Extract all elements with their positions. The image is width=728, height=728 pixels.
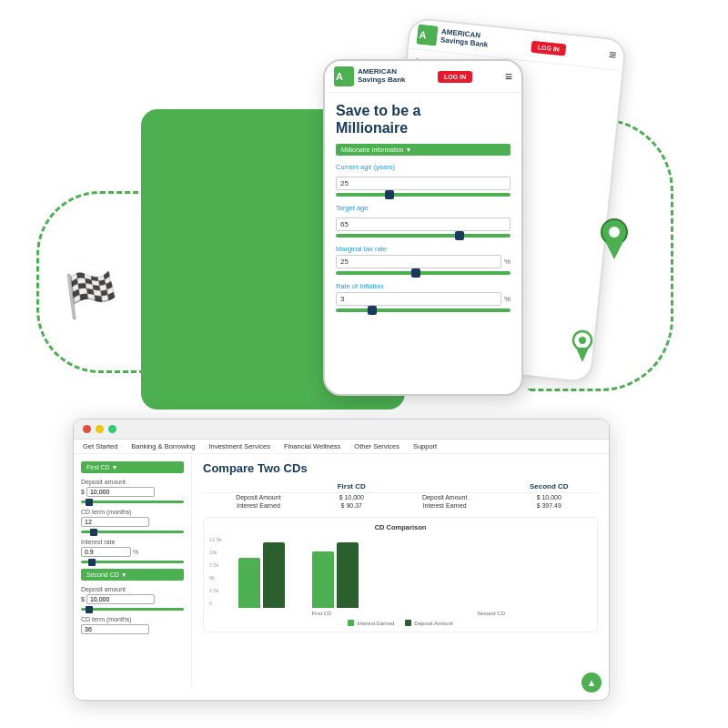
window-minimize-dot[interactable] — [96, 425, 104, 433]
sidebar-term-slider[interactable] — [81, 531, 184, 533]
current-age-group: Current age (years) — [336, 163, 511, 197]
svg-point-1 — [609, 227, 620, 238]
target-age-thumb[interactable] — [455, 231, 464, 240]
y-label-75: 7.5k — [209, 562, 221, 568]
chart-y-axis: 0 2.5k 5k 7.5k 10k 12.5k — [209, 535, 221, 608]
tax-rate-thumb[interactable] — [411, 268, 420, 278]
inflation-unit: % — [504, 295, 511, 303]
sidebar-term-label: CD term (months) — [81, 509, 184, 515]
svg-text:A: A — [336, 71, 343, 82]
y-label-0: 0 — [209, 601, 221, 606]
window-maximize-dot[interactable] — [108, 425, 116, 433]
sidebar-rate-input[interactable] — [81, 547, 131, 557]
legend-deposit-dot — [405, 620, 411, 626]
chart-bars-container — [225, 535, 592, 608]
sidebar-deposit-input-row: $ — [81, 487, 184, 497]
first-cd-deposit-bar — [263, 542, 285, 608]
target-age-label: Target age — [336, 204, 511, 212]
window-close-dot[interactable] — [83, 425, 91, 433]
sidebar-deposit2-thumb[interactable] — [86, 606, 93, 613]
nav-financial[interactable]: Financial Wellness — [284, 442, 340, 450]
tax-rate-input[interactable] — [336, 255, 501, 268]
second-cd-bars — [312, 542, 359, 608]
x-label-second-cd: Second CD — [477, 611, 505, 616]
sidebar-rate-unit: % — [133, 549, 138, 555]
legend-deposit: Deposit Amount — [405, 620, 452, 626]
login-button-front[interactable]: LOG IN — [438, 71, 472, 83]
location-pin-top-icon — [596, 214, 632, 259]
sidebar-rate-thumb[interactable] — [88, 559, 96, 566]
nav-investment[interactable]: Investment Services — [208, 442, 270, 450]
asb-logo-back: A AMERICAN Savings Bank — [416, 25, 489, 52]
asb-brand-back: AMERICAN Savings Bank — [440, 28, 490, 49]
nav-support[interactable]: Support — [413, 442, 437, 450]
millionaire-info-bar[interactable]: Millionaire Information ▼ — [336, 144, 511, 156]
sidebar-term2-input-row — [81, 624, 184, 634]
sidebar-rate-label: Interest rate — [81, 539, 184, 545]
col2-header: Second CD — [500, 480, 599, 493]
sidebar-term2-label: CD term (months) — [81, 616, 184, 622]
cd-comparison-chart: CD Comparison 0 2.5k 5k 7.5k 10k 12.5k — [203, 517, 598, 632]
col1-header: First CD — [314, 480, 389, 493]
tax-rate-slider[interactable] — [336, 271, 511, 275]
legend-interest-label: Interest Earned — [357, 621, 394, 626]
compare-table: First CD Second CD Deposit Amount $ 10,0… — [203, 480, 598, 510]
legend-deposit-label: Deposit Amount — [414, 621, 452, 626]
sidebar-deposit2-input[interactable] — [86, 594, 155, 604]
row2-label2: Interest Earned — [389, 501, 500, 510]
hamburger-menu-front[interactable]: ≡ — [505, 69, 512, 84]
sidebar-term2-input[interactable] — [81, 624, 149, 634]
current-age-label: Current age (years) — [336, 163, 511, 171]
nav-banking[interactable]: Banking & Borrowing — [131, 442, 195, 450]
current-age-thumb[interactable] — [385, 190, 394, 199]
flag-icon: 🏁 — [59, 264, 123, 328]
sidebar-term-thumb[interactable] — [90, 529, 97, 536]
sidebar-deposit2-input-row: $ — [81, 594, 184, 604]
asb-brand-front: AMERICAN Savings Bank — [358, 68, 405, 85]
sidebar-rate-slider[interactable] — [81, 561, 184, 563]
sidebar-term-input[interactable] — [81, 517, 149, 527]
phone-page-title: Save to be a Millionaire — [336, 102, 511, 136]
scroll-top-button[interactable]: ▲ — [581, 672, 602, 693]
sidebar-deposit-input[interactable] — [86, 487, 155, 497]
hamburger-menu-back[interactable]: ≡ — [608, 47, 617, 63]
dollar-sign-2: $ — [81, 596, 85, 602]
row2-label1: Interest Earned — [203, 501, 314, 510]
browser-sidebar: First CD ▼ Deposit amount $ CD term (mon… — [74, 454, 192, 687]
current-age-input[interactable] — [336, 177, 511, 190]
sidebar-deposit-thumb[interactable] — [86, 499, 93, 506]
browser-mockup: Get Started Banking & Borrowing Investme… — [73, 419, 610, 701]
current-age-slider[interactable] — [336, 193, 511, 197]
phone-front-content: Save to be a Millionaire Millionaire Inf… — [325, 93, 521, 329]
chart-x-labels: First CD Second CD — [225, 611, 592, 616]
inflation-group: Rate of Inflation % — [336, 282, 511, 312]
y-label-50: 5k — [209, 575, 221, 581]
sidebar-deposit-slider[interactable] — [81, 500, 184, 503]
second-cd-interest-bar — [312, 551, 334, 608]
inflation-input[interactable] — [336, 292, 501, 306]
browser-nav: Get Started Banking & Borrowing Investme… — [74, 440, 609, 454]
svg-text:A: A — [419, 29, 427, 41]
row2-val1: $ 90.37 — [314, 501, 389, 510]
sidebar-section1-header[interactable]: First CD ▼ — [81, 461, 184, 473]
sidebar-section2-header[interactable]: Second CD ▼ — [81, 569, 184, 581]
table-row-1: Deposit Amount $ 10,000 Deposit Amount $… — [203, 493, 598, 502]
target-age-slider[interactable] — [336, 234, 511, 238]
row2-val2: $ 397.49 — [500, 501, 599, 510]
sidebar-rate-input-row: % — [81, 547, 184, 557]
inflation-slider[interactable] — [336, 308, 511, 312]
nav-other[interactable]: Other Services — [354, 442, 399, 450]
sidebar-deposit2-slider[interactable] — [81, 608, 184, 611]
login-button-back[interactable]: LOG IN — [531, 40, 566, 56]
svg-marker-5 — [576, 348, 589, 362]
y-label-25: 2.5k — [209, 588, 221, 593]
target-age-input[interactable] — [336, 217, 511, 231]
svg-marker-2 — [605, 241, 623, 259]
y-label-100: 10k — [209, 550, 221, 555]
row1-val1: $ 10,000 — [314, 493, 389, 502]
inflation-thumb[interactable] — [368, 306, 377, 315]
nav-get-started[interactable]: Get Started — [83, 442, 117, 450]
target-age-group: Target age — [336, 204, 511, 238]
phone-front-mockup: A AMERICAN Savings Bank LOG IN ≡ Save to… — [323, 59, 523, 396]
svg-point-4 — [579, 337, 586, 344]
